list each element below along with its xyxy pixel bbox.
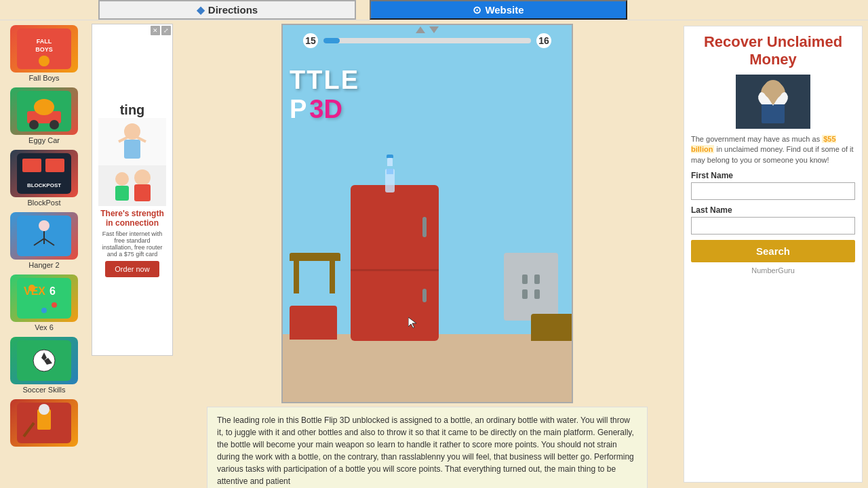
svg-rect-41 xyxy=(115,186,129,201)
game-label-eggy-car: Eggy Car xyxy=(28,136,60,144)
ting-sub: Fast fiber internet with free standard i… xyxy=(98,230,167,258)
svg-point-21 xyxy=(28,285,35,291)
directions-button[interactable]: ◆ Directions xyxy=(98,0,356,20)
game-title-3d: 3D xyxy=(309,95,342,124)
outlet-socket xyxy=(504,253,558,321)
svg-marker-44 xyxy=(429,26,439,33)
game-label-soccer: Soccer Skills xyxy=(23,386,66,394)
ting-tagline: There's strength in connection xyxy=(98,209,167,228)
game-scene: 15 16 TTLE P 3D xyxy=(283,25,572,402)
directions-icon: ◆ xyxy=(197,4,205,16)
left-ad-sidebar: ✕ ⤢ ting xyxy=(88,20,176,488)
search-button[interactable]: Search xyxy=(691,240,855,262)
sidebar-item-fall-boys[interactable]: FALL BOYS Fall Boys xyxy=(3,24,85,83)
sidebar-item-vex6[interactable]: VEX 6 Vex 6 xyxy=(3,273,85,333)
right-ad-title: Recover Unclaimed Money xyxy=(691,33,855,69)
outlet-slot-3 xyxy=(522,289,528,299)
game-label-vex6: Vex 6 xyxy=(35,323,54,331)
progress-bar-bg xyxy=(323,38,531,43)
ad-expand-btn[interactable]: ⤢ xyxy=(161,26,171,35)
svg-point-31 xyxy=(39,404,50,415)
svg-text:FALL: FALL xyxy=(37,38,52,45)
bottle-water xyxy=(387,169,393,174)
game-label-hanger2: Hanger 2 xyxy=(28,261,59,269)
ad-controls: ✕ ⤢ xyxy=(151,26,171,35)
fridge-top xyxy=(351,185,439,271)
svg-rect-48 xyxy=(762,104,785,123)
fridge-handle-bottom xyxy=(422,289,427,302)
level-start: 15 xyxy=(303,33,318,48)
top-bar: ◆ Directions ⊙ Website xyxy=(0,0,868,20)
right-ad-desc-after: in unclaimed money. Find out if some of … xyxy=(691,145,854,163)
first-name-label: First Name xyxy=(691,171,855,180)
svg-point-22 xyxy=(52,302,57,308)
game-title-text: TTLE P 3D xyxy=(290,66,359,124)
sidebar-item-extra[interactable] xyxy=(3,398,85,449)
right-ad-box: Recover Unclaimed Money The government m… xyxy=(684,26,863,483)
bottle-body xyxy=(385,169,395,192)
ad-close-btn[interactable]: ✕ xyxy=(151,26,160,35)
svg-text:6: 6 xyxy=(50,285,56,297)
directions-label: Directions xyxy=(208,4,258,16)
right-ad-image xyxy=(736,75,810,129)
fridge-handle-top xyxy=(422,217,427,237)
game-floor xyxy=(283,334,572,402)
shelf-right xyxy=(531,314,572,341)
ting-order-btn[interactable]: Order now xyxy=(105,261,159,277)
sidebar-item-soccer[interactable]: Soccer Skills xyxy=(3,336,85,395)
svg-point-6 xyxy=(29,120,39,129)
last-name-label: Last Name xyxy=(691,205,855,215)
left-sidebar: FALL BOYS Fall Boys Eggy Car xyxy=(0,20,88,488)
game-thumb-extra xyxy=(10,399,78,447)
progress-bar-fill xyxy=(323,38,340,43)
bottle-neck xyxy=(387,158,393,166)
description-text: The leading role in this Bottle Flip 3D … xyxy=(217,415,634,486)
svg-point-8 xyxy=(34,99,54,115)
svg-rect-35 xyxy=(124,140,140,159)
shelf-leg-right xyxy=(330,261,335,293)
game-thumb-vex6: VEX 6 xyxy=(10,274,78,322)
game-frame[interactable]: 15 16 TTLE P 3D xyxy=(281,24,573,403)
last-name-input[interactable] xyxy=(691,217,855,235)
level-end: 16 xyxy=(536,33,551,48)
progress-area: 15 16 xyxy=(303,33,551,48)
left-ad-box: ✕ ⤢ ting xyxy=(92,24,173,356)
svg-rect-11 xyxy=(45,159,64,172)
sidebar-item-hanger2[interactable]: Hanger 2 xyxy=(3,211,85,270)
main-layout: FALL BOYS Fall Boys Eggy Car xyxy=(0,20,868,488)
outlet-box xyxy=(504,253,558,321)
ad-illustration xyxy=(98,118,166,165)
svg-rect-10 xyxy=(22,159,41,172)
website-label: Website xyxy=(485,4,524,16)
outlet-slot-2 xyxy=(534,274,540,284)
ting-brand: ting xyxy=(120,102,145,118)
ting-ad-inner: ting There's strength in connection xyxy=(92,97,172,283)
couch-left xyxy=(290,306,337,340)
right-sidebar: Recover Unclaimed Money The government m… xyxy=(678,20,868,488)
sidebar-item-blockpost[interactable]: BLOCKPOST BlockPost xyxy=(3,148,85,208)
first-name-input[interactable] xyxy=(691,182,855,200)
right-ad-desc: The government may have as much as $55 b… xyxy=(691,134,855,165)
fridge xyxy=(351,185,439,341)
game-thumb-blockpost: BLOCKPOST xyxy=(10,150,78,197)
svg-marker-43 xyxy=(416,26,425,33)
game-label-blockpost: BlockPost xyxy=(28,199,61,207)
center-area: 15 16 TTLE P 3D xyxy=(176,20,678,488)
svg-point-3 xyxy=(39,56,50,66)
outlet-slot-1 xyxy=(522,274,528,284)
ad-illustration2 xyxy=(98,165,166,206)
svg-point-7 xyxy=(50,120,59,129)
game-thumb-eggy-car xyxy=(10,87,78,135)
website-button[interactable]: ⊙ Website xyxy=(370,0,627,20)
svg-rect-38 xyxy=(98,165,166,206)
shelf-leg-left xyxy=(294,261,299,293)
sidebar-item-eggy-car[interactable]: Eggy Car xyxy=(3,86,85,146)
game-thumb-fall-boys: FALL BOYS xyxy=(10,25,78,73)
website-icon: ⊙ xyxy=(473,4,481,16)
right-form: First Name Last Name Search xyxy=(691,171,855,262)
number-guru: NumberGuru xyxy=(691,266,855,274)
svg-point-14 xyxy=(39,220,50,231)
svg-point-23 xyxy=(41,308,47,313)
game-title-line1: TTLE xyxy=(290,66,359,95)
game-title-p: P xyxy=(290,95,307,124)
